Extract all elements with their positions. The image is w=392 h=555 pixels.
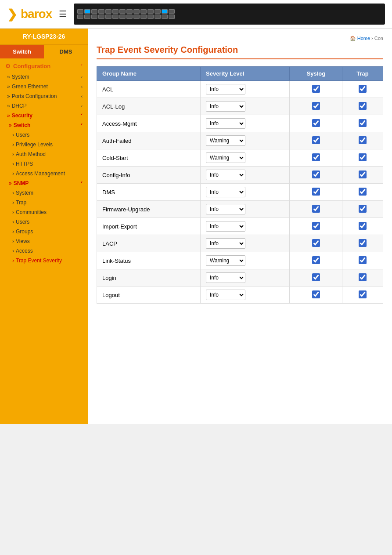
nav-item-ports-configuration[interactable]: » Ports Configuration ‹ <box>0 91 88 101</box>
chevron-down-icon: ˅ <box>80 123 83 128</box>
nav-item-views[interactable]: › Views <box>0 236 88 246</box>
nav-label-privilege-levels: Privilege Levels <box>16 141 53 148</box>
nav-label-access: Access <box>16 248 33 254</box>
nav-item-switch[interactable]: » Switch ˅ <box>0 120 88 130</box>
port-indicator <box>133 9 140 14</box>
cell-syslog <box>290 201 342 218</box>
severity-select[interactable]: InfoWarningError <box>206 118 245 129</box>
chevron-down-icon: ˅ <box>80 64 83 69</box>
breadcrumb-home[interactable]: Home <box>357 36 370 41</box>
severity-select[interactable]: InfoWarningError <box>206 255 245 266</box>
nav-label-trap-event-severity: Trap Event Severity <box>16 258 62 264</box>
trap-checkbox[interactable] <box>359 170 367 178</box>
cell-syslog <box>290 149 342 167</box>
trap-checkbox[interactable] <box>359 119 367 127</box>
trap-checkbox[interactable] <box>359 256 367 264</box>
port-indicator <box>155 9 161 14</box>
tab-dms[interactable]: DMS <box>44 45 88 58</box>
cell-group-name: Cold-Start <box>97 149 201 167</box>
nav-item-https[interactable]: › HTTPS <box>0 159 88 169</box>
trap-checkbox[interactable] <box>359 85 367 93</box>
nav-item-privilege-levels[interactable]: › Privilege Levels <box>0 140 88 149</box>
trap-checkbox[interactable] <box>359 205 367 213</box>
trap-checkbox[interactable] <box>359 222 367 230</box>
port-indicator <box>162 15 168 19</box>
syslog-checkbox[interactable] <box>312 85 320 93</box>
device-panel <box>74 4 385 25</box>
cell-group-name: ACL-Log <box>97 98 201 115</box>
bullet-icon: » <box>7 112 10 119</box>
severity-select[interactable]: InfoWarningError <box>206 221 245 232</box>
cell-trap <box>342 149 383 167</box>
cell-syslog <box>290 167 342 184</box>
severity-select[interactable]: InfoWarningError <box>206 238 245 249</box>
syslog-checkbox[interactable] <box>312 222 320 230</box>
port-indicator <box>112 15 119 19</box>
severity-select[interactable]: InfoWarningError <box>206 187 245 197</box>
nav-item-snmp-system[interactable]: › System <box>0 188 88 198</box>
nav-item-groups[interactable]: › Groups <box>0 227 88 236</box>
nav-label-switch: Switch <box>14 122 31 128</box>
nav-item-communities[interactable]: › Communities <box>0 207 88 217</box>
chevron-left-icon: ‹ <box>81 75 83 80</box>
port-indicator <box>98 15 104 19</box>
trap-checkbox[interactable] <box>359 102 367 110</box>
nav-label-snmp-system: System <box>16 190 33 196</box>
nav-item-configuration[interactable]: ⚙ Configuration ˅ <box>0 60 88 72</box>
syslog-checkbox[interactable] <box>312 119 320 127</box>
trap-checkbox[interactable] <box>359 239 367 247</box>
hamburger-icon[interactable]: ☰ <box>59 9 67 19</box>
nav-item-trap[interactable]: › Trap <box>0 198 88 207</box>
syslog-checkbox[interactable] <box>312 102 320 110</box>
nav-item-access[interactable]: › Access <box>0 246 88 256</box>
table-row: Auth-FailedInfoWarningError <box>97 132 383 149</box>
severity-select[interactable]: InfoWarningError <box>206 290 245 300</box>
port-indicator <box>112 9 119 14</box>
nav-label-security: Security <box>12 112 32 119</box>
trap-checkbox[interactable] <box>359 188 367 196</box>
trap-checkbox[interactable] <box>359 273 367 281</box>
severity-select[interactable]: InfoWarningError <box>206 152 245 163</box>
syslog-checkbox[interactable] <box>312 205 320 213</box>
table-row: LogoutInfoWarningError <box>97 287 383 304</box>
severity-select[interactable]: InfoWarningError <box>206 135 245 146</box>
nav-item-snmp[interactable]: » SNMP ˅ <box>0 178 88 188</box>
nav-item-trap-event-severity[interactable]: › Trap Event Severity <box>0 256 88 265</box>
cell-syslog <box>290 81 342 98</box>
port-indicator <box>169 9 175 14</box>
cell-group-name: Auth-Failed <box>97 132 201 149</box>
syslog-checkbox[interactable] <box>312 239 320 247</box>
syslog-checkbox[interactable] <box>312 256 320 264</box>
nav-item-dhcp[interactable]: » DHCP ‹ <box>0 101 88 111</box>
syslog-checkbox[interactable] <box>312 188 320 196</box>
severity-select[interactable]: InfoWarningError <box>206 170 245 180</box>
chevron-right-icon: › <box>12 190 14 196</box>
nav-item-users[interactable]: › Users <box>0 130 88 140</box>
port-indicator <box>119 9 126 14</box>
severity-select[interactable]: InfoWarningError <box>206 84 245 94</box>
trap-checkbox[interactable] <box>359 290 367 298</box>
cell-group-name: ACL <box>97 81 201 98</box>
bullet-icon: » <box>7 93 10 99</box>
chevron-left-icon: ‹ <box>81 84 83 89</box>
severity-select[interactable]: InfoWarningError <box>206 272 245 283</box>
trap-checkbox[interactable] <box>359 136 367 144</box>
nav-item-green-ethernet[interactable]: » Green Ethernet ‹ <box>0 82 88 91</box>
nav-item-system[interactable]: » System ‹ <box>0 72 88 82</box>
syslog-checkbox[interactable] <box>312 136 320 144</box>
syslog-checkbox[interactable] <box>312 153 320 161</box>
severity-select[interactable]: InfoWarningError <box>206 204 245 214</box>
nav-label-access-management: Access Management <box>16 170 65 177</box>
trap-checkbox[interactable] <box>359 153 367 161</box>
nav-item-snmp-users[interactable]: › Users <box>0 217 88 227</box>
syslog-checkbox[interactable] <box>312 170 320 178</box>
chevron-right-icon: › <box>12 248 14 254</box>
port-indicator <box>84 9 90 14</box>
nav-item-security[interactable]: » Security ˅ <box>0 111 88 120</box>
syslog-checkbox[interactable] <box>312 273 320 281</box>
nav-item-auth-method[interactable]: › Auth Method <box>0 149 88 159</box>
severity-select[interactable]: InfoWarningError <box>206 101 245 112</box>
nav-item-access-management[interactable]: › Access Management <box>0 169 88 178</box>
syslog-checkbox[interactable] <box>312 290 320 298</box>
tab-switch[interactable]: Switch <box>0 45 44 58</box>
